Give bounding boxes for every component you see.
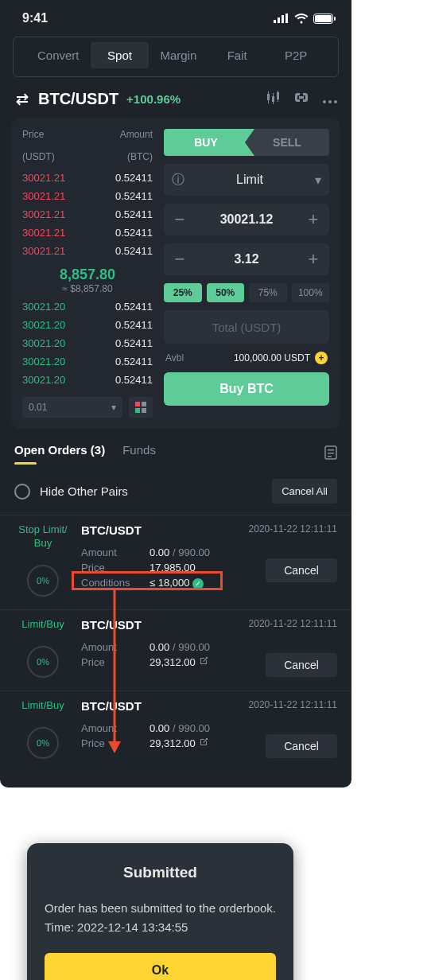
modal-ok-button[interactable]: Ok [45,953,276,980]
svg-rect-19 [142,408,146,413]
hide-pairs-row: Hide Other Pairs Cancel All [0,468,351,515]
history-icon[interactable] [324,445,337,462]
linked-icon[interactable] [294,91,309,108]
svg-rect-23 [328,456,332,457]
plus-button[interactable]: + [305,249,321,270]
order-progress: 0% [27,565,59,597]
pair-change: +100.96% [126,92,181,106]
status-icons [274,14,336,24]
minus-button[interactable]: − [172,249,188,270]
order-type: Stop Limit/ Buy [14,523,72,550]
funds-tab[interactable]: Funds [122,443,156,465]
chevron-down-icon: ▾ [111,402,116,413]
more-icon[interactable] [323,92,337,107]
svg-rect-22 [328,453,334,454]
hide-pairs-label: Hide Other Pairs [40,484,128,498]
svg-rect-5 [315,15,332,22]
cancel-all-button[interactable]: Cancel All [272,479,337,504]
submitted-modal: Submitted Order has been submitted to th… [27,843,293,980]
wifi-icon [294,14,309,24]
bid-row[interactable]: 30021.200.52411 [22,371,153,389]
tab-convert[interactable]: Convert [26,42,91,68]
order-type: Limit/Buy [14,618,72,632]
cancel-order-button[interactable]: Cancel [266,734,337,758]
open-orders-tab[interactable]: Open Orders (3) [14,443,105,465]
tab-fait[interactable]: Fait [208,42,266,68]
order-pair: BTC/USDT [81,618,232,632]
modal-title: Submitted [45,864,276,881]
ask-row[interactable]: 30021.210.52411 [22,169,153,187]
svg-rect-0 [274,20,276,23]
ask-row[interactable]: 30021.210.52411 [22,242,153,260]
order-item: Limit/Buy 0% BTC/USDT Amount0.00 / 990.0… [0,609,351,690]
share-icon[interactable] [199,656,208,668]
submit-buy-button[interactable]: Buy BTC [164,372,329,406]
candlestick-icon[interactable] [266,91,280,108]
pct-75[interactable]: 75% [249,283,287,302]
avbl-label: Avbl [165,352,184,364]
price-input[interactable]: − 30021.12 + [164,204,329,235]
ask-row[interactable]: 30021.210.52411 [22,205,153,224]
svg-rect-21 [328,449,334,451]
cancel-order-button[interactable]: Cancel [266,558,337,582]
bid-row[interactable]: 30021.200.52411 [22,298,153,316]
depth-step-select[interactable]: 0.01▾ [22,397,122,418]
signal-icon [274,14,289,23]
tab-margin[interactable]: Margin [149,42,208,68]
total-input[interactable]: Total (USDT) [164,310,329,344]
share-icon[interactable] [199,737,208,749]
orderbook: Price(USDT) Amount(BTC) 30021.210.52411 … [22,129,153,418]
ask-row[interactable]: 30021.210.52411 [22,187,153,205]
minus-button[interactable]: − [172,209,188,230]
order-type-value: Limit [236,173,263,187]
order-time: 2020-11-22 12:11:11 [242,523,337,535]
swap-icon[interactable] [14,91,30,107]
svg-rect-1 [278,18,280,23]
amount-input[interactable]: − 3.12 + [164,243,329,275]
pct-100[interactable]: 100% [292,283,330,302]
svg-rect-6 [334,17,336,21]
cancel-order-button[interactable]: Cancel [266,653,337,677]
tab-p2p[interactable]: P2P [266,42,325,68]
mid-price: 8,857.80 ≈ $8,857.80 [22,260,153,298]
order-pair: BTC/USDT [81,523,232,537]
modal-body: Order has been submitted to the orderboo… [45,899,276,937]
status-bar: 9:41 [0,0,351,32]
order-pair: BTC/USDT [81,699,232,713]
bid-row[interactable]: 30021.200.52411 [22,316,153,334]
ask-row[interactable]: 30021.210.52411 [22,224,153,242]
pair-symbol[interactable]: BTC/USDT [38,90,118,108]
buy-tab[interactable]: BUY [164,129,254,156]
orderbook-layout-button[interactable] [129,397,153,418]
ob-amount-unit: (BTC) [120,151,153,162]
order-type-select[interactable]: ⓘ Limit ▾ [164,164,329,196]
svg-point-14 [328,100,332,103]
pair-row: BTC/USDT +100.96% [0,77,351,118]
pct-25[interactable]: 25% [164,283,202,302]
svg-point-13 [323,100,326,103]
bid-row[interactable]: 30021.200.52411 [22,352,153,371]
orders-tabs: Open Orders (3) Funds [0,429,351,468]
plus-button[interactable]: + [305,209,321,230]
order-progress: 0% [27,646,59,678]
available-row: Avbl 100,000.00 USDT+ [164,352,329,364]
add-funds-icon[interactable]: + [315,352,328,364]
battery-icon [313,14,336,24]
svg-rect-8 [268,91,269,103]
order-time: 2020-11-22 12:11:11 [242,699,337,710]
tab-spot[interactable]: Spot [91,42,149,68]
order-item: Limit/Buy 0% BTC/USDT Amount0.00 / 990.0… [0,690,351,772]
bid-row[interactable]: 30021.200.52411 [22,334,153,352]
percent-row: 25% 50% 75% 100% [164,283,329,302]
hide-pairs-checkbox[interactable] [14,484,30,500]
order-progress: 0% [27,727,59,759]
sell-tab[interactable]: SELL [245,129,329,156]
ob-amount-label: Amount [120,129,153,140]
chevron-down-icon: ▾ [315,173,321,188]
svg-rect-2 [282,15,284,23]
check-icon: ✓ [192,578,204,589]
info-icon[interactable]: ⓘ [172,172,184,189]
pct-50[interactable]: 50% [207,283,245,302]
svg-point-15 [334,100,337,103]
ob-price-label: Price [22,129,55,140]
